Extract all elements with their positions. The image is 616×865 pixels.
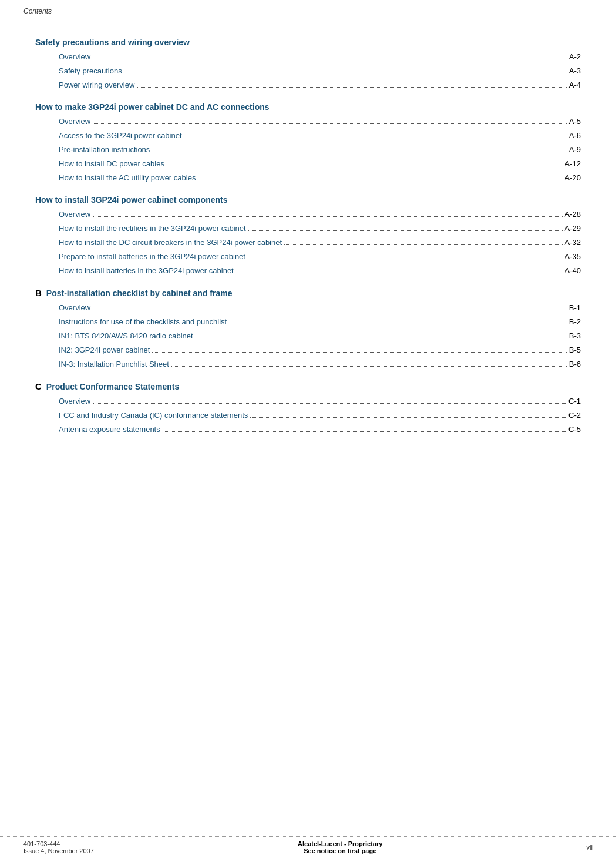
- footer-right: vii: [587, 844, 593, 851]
- toc-page-number: A-35: [565, 252, 581, 261]
- toc-entry-text: IN-3: Installation Punchlist Sheet: [59, 360, 169, 368]
- toc-entry: Power wiring overviewA-4: [35, 81, 581, 89]
- toc-dots: [93, 123, 567, 124]
- section-heading-1: How to make 3GP24i power cabinet DC and …: [35, 102, 581, 112]
- toc-page-number: A-4: [569, 81, 581, 89]
- toc-dots: [196, 338, 567, 338]
- toc-entry-text: How to install batteries in the 3GP24i p…: [59, 266, 234, 275]
- toc-entry-text: Antenna exposure statements: [59, 425, 160, 434]
- toc-entry-text: Safety precautions: [59, 66, 122, 75]
- toc-entry: Safety precautionsA-3: [35, 66, 581, 75]
- toc-entry-text: Overview: [59, 303, 90, 312]
- toc-entry: IN1: BTS 8420/AWS 8420 radio cabinetB-3: [35, 331, 581, 340]
- toc-dots: [137, 87, 566, 88]
- toc-dots: [198, 180, 562, 180]
- toc-entry: Antenna exposure statementsC-5: [35, 425, 581, 434]
- toc-dots: [236, 273, 563, 273]
- toc-entry: OverviewA-2: [35, 52, 581, 61]
- toc-entry-text: Pre-installation instructions: [59, 145, 150, 154]
- toc-page-number: A-6: [569, 131, 581, 140]
- toc-page-number: A-29: [565, 224, 581, 233]
- toc-entry-text: Prepare to install batteries in the 3GP2…: [59, 252, 245, 261]
- toc-dots: [167, 166, 563, 166]
- toc-page-number: B-5: [569, 346, 581, 354]
- header-label: Contents: [23, 7, 52, 15]
- toc-page-number: A-28: [565, 210, 581, 219]
- toc-entry: How to install the rectifiers in the 3GP…: [35, 224, 581, 233]
- toc-entry: IN-3: Installation Punchlist SheetB-6: [35, 360, 581, 368]
- section-heading-2: How to install 3GP24i power cabinet comp…: [35, 195, 581, 204]
- toc-page-number: A-32: [565, 238, 581, 247]
- page-header: Contents: [0, 0, 616, 19]
- toc-entry: Access to the 3GP24i power cabinetA-6: [35, 131, 581, 140]
- footer-page: vii: [587, 844, 593, 851]
- toc-page-number: A-9: [569, 145, 581, 154]
- toc-dots: [93, 403, 566, 404]
- toc-entry: OverviewA-5: [35, 117, 581, 126]
- section-row-3: BPost-installation checklist by cabinet …: [35, 288, 581, 298]
- footer-left: 401-703-444 Issue 4, November 2007: [23, 840, 94, 854]
- toc-dots: [93, 216, 562, 217]
- toc-page-number: A-5: [569, 117, 581, 126]
- toc-entry: How to install DC power cablesA-12: [35, 159, 581, 168]
- toc-entry: Prepare to install batteries in the 3GP2…: [35, 252, 581, 261]
- toc-entry: Instructions for use of the checklists a…: [35, 317, 581, 326]
- toc-entry: OverviewA-28: [35, 210, 581, 219]
- toc-page-number: C-5: [568, 425, 581, 434]
- toc-page-number: C-2: [568, 411, 581, 420]
- toc-entry: How to install the DC circuit breakers i…: [35, 238, 581, 247]
- section-row-4: CProduct Conformance Statements: [35, 381, 581, 391]
- toc-entry-text: IN1: BTS 8420/AWS 8420 radio cabinet: [59, 331, 193, 340]
- toc-page-number: A-20: [565, 173, 581, 182]
- page-footer: 401-703-444 Issue 4, November 2007 Alcat…: [0, 836, 616, 854]
- toc-dots: [152, 152, 566, 152]
- toc-entry-text: IN2: 3GP24i power cabinet: [59, 346, 150, 354]
- section-heading-4: Product Conformance Statements: [46, 382, 179, 391]
- toc-dots: [171, 366, 567, 367]
- footer-center: Alcatel-Lucent - Proprietary See notice …: [298, 840, 382, 854]
- footer-issue: Issue 4, November 2007: [23, 847, 94, 854]
- toc-entry: IN2: 3GP24i power cabinetB-5: [35, 346, 581, 354]
- footer-doc-number: 401-703-444: [23, 840, 94, 847]
- toc-entry-text: How to install the AC utility power cabl…: [59, 173, 196, 182]
- toc-dots: [184, 138, 567, 138]
- toc-entry-text: Access to the 3GP24i power cabinet: [59, 131, 182, 140]
- toc-entry-text: Overview: [59, 52, 90, 61]
- toc-page-number: A-40: [565, 266, 581, 275]
- content-area: Safety precautions and wiring overviewOv…: [0, 19, 616, 474]
- toc-dots: [248, 259, 563, 259]
- toc-page-number: C-1: [568, 397, 581, 405]
- toc-entry-text: How to install the rectifiers in the 3GP…: [59, 224, 246, 233]
- footer-notice: See notice on first page: [298, 847, 382, 854]
- toc-page-number: A-12: [565, 159, 581, 168]
- toc-dots: [284, 244, 562, 245]
- toc-dots: [229, 324, 567, 324]
- toc-page-number: B-6: [569, 360, 581, 368]
- toc-page-number: A-3: [569, 66, 581, 75]
- section-letter-4: C: [35, 381, 42, 391]
- toc-entry-text: How to install DC power cables: [59, 159, 164, 168]
- section-heading-3: Post-installation checklist by cabinet a…: [46, 289, 233, 298]
- section-letter-3: B: [35, 288, 42, 298]
- toc-dots: [124, 73, 567, 73]
- section-heading-0: Safety precautions and wiring overview: [35, 38, 581, 47]
- toc-entry: OverviewB-1: [35, 303, 581, 312]
- toc-entry: Pre-installation instructionsA-9: [35, 145, 581, 154]
- toc-entry-text: Overview: [59, 397, 90, 405]
- toc-entry-text: Overview: [59, 117, 90, 126]
- toc-page-number: B-2: [569, 317, 581, 326]
- toc-page-number: B-1: [569, 303, 581, 312]
- toc-entry-text: FCC and Industry Canada (IC) conformance…: [59, 411, 248, 420]
- toc-entry-text: How to install the DC circuit breakers i…: [59, 238, 282, 247]
- footer-company: Alcatel-Lucent - Proprietary: [298, 840, 382, 847]
- toc-entry: How to install the AC utility power cabl…: [35, 173, 581, 182]
- toc-entry-text: Instructions for use of the checklists a…: [59, 317, 227, 326]
- toc-dots: [152, 352, 566, 353]
- toc-entry: OverviewC-1: [35, 397, 581, 405]
- toc-entry-text: Power wiring overview: [59, 81, 134, 89]
- toc-dots: [248, 230, 563, 231]
- toc-dots: [93, 310, 567, 310]
- toc-page-number: A-2: [569, 52, 581, 61]
- toc-entry: How to install batteries in the 3GP24i p…: [35, 266, 581, 275]
- toc-entry-text: Overview: [59, 210, 90, 219]
